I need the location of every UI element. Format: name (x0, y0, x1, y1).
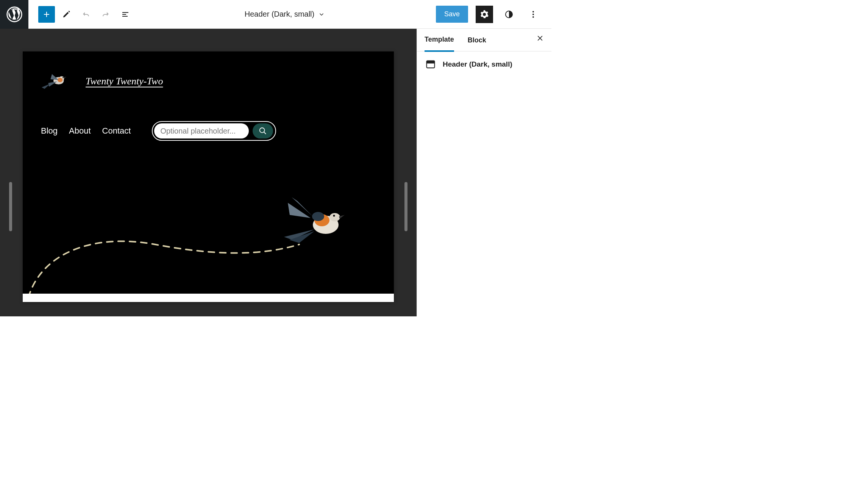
search-icon (259, 127, 267, 135)
svg-point-4 (532, 16, 534, 18)
plus-icon (42, 10, 51, 19)
toolbar-right-group: Save (436, 6, 551, 23)
search-input[interactable] (154, 123, 249, 139)
template-panel-title: Header (Dark, small) (443, 60, 512, 68)
list-view-icon (121, 10, 130, 19)
svg-point-13 (312, 212, 324, 221)
tab-block[interactable]: Block (468, 36, 486, 51)
more-vertical-icon (529, 10, 538, 19)
add-block-button[interactable] (38, 6, 55, 23)
svg-rect-17 (427, 61, 435, 64)
svg-point-9 (260, 128, 265, 133)
nav-link-contact[interactable]: Contact (102, 126, 131, 136)
editor-canvas[interactable]: Twenty Twenty-Two Blog About Contact (23, 51, 394, 302)
chevron-down-icon (318, 11, 325, 18)
gear-icon (480, 10, 489, 19)
template-panel-row[interactable]: Header (Dark, small) (425, 59, 543, 70)
wordpress-logo[interactable] (0, 0, 28, 29)
undo-button[interactable] (78, 6, 94, 23)
sidebar-tabs: Template Block (417, 29, 551, 51)
svg-point-8 (62, 77, 64, 78)
svg-line-10 (264, 132, 266, 134)
settings-sidebar: Template Block Header (Dark, small) (417, 29, 551, 316)
nav-link-about[interactable]: About (69, 126, 91, 136)
toolbar-left-group (28, 6, 134, 23)
styles-button[interactable] (501, 6, 517, 23)
redo-button[interactable] (97, 6, 114, 23)
undo-icon (81, 10, 91, 19)
svg-point-14 (329, 213, 340, 221)
document-title: Header (Dark, small) (245, 10, 314, 19)
redo-icon (101, 10, 110, 19)
site-logo-image[interactable] (41, 70, 70, 92)
editor-top-bar: Header (Dark, small) Save (0, 0, 551, 29)
template-panel: Header (Dark, small) (417, 51, 551, 77)
canvas-footer-whitespace (23, 294, 394, 302)
navigation-row: Blog About Contact (41, 121, 376, 141)
save-button[interactable]: Save (436, 6, 468, 23)
dashed-flight-path (27, 229, 303, 294)
more-options-button[interactable] (525, 6, 542, 23)
close-sidebar-button[interactable] (536, 34, 544, 44)
wordpress-logo-icon (6, 6, 22, 22)
search-block (152, 121, 276, 141)
tab-template[interactable]: Template (425, 36, 454, 52)
list-view-button[interactable] (117, 6, 134, 23)
styles-icon (504, 10, 514, 19)
svg-point-7 (58, 78, 63, 82)
svg-point-3 (532, 14, 534, 15)
nav-link-blog[interactable]: Blog (41, 126, 58, 136)
search-submit-button[interactable] (253, 123, 273, 139)
header-block-icon (425, 59, 436, 70)
header-template-preview[interactable]: Twenty Twenty-Two Blog About Contact (23, 51, 394, 294)
editor-workspace: Twenty Twenty-Two Blog About Contact (0, 29, 551, 316)
resize-handle-left[interactable] (9, 182, 12, 231)
bird-small-icon (41, 70, 70, 93)
close-icon (536, 34, 544, 42)
document-title-dropdown[interactable]: Header (Dark, small) (134, 10, 436, 19)
svg-point-2 (532, 11, 534, 12)
settings-button[interactable] (476, 6, 493, 23)
tools-button[interactable] (58, 6, 75, 23)
pencil-icon (62, 10, 71, 19)
svg-point-15 (333, 215, 335, 217)
site-title-link[interactable]: Twenty Twenty-Two (86, 76, 163, 87)
site-logo-row: Twenty Twenty-Two (41, 70, 376, 92)
canvas-area: Twenty Twenty-Two Blog About Contact (0, 29, 417, 316)
resize-handle-right[interactable] (404, 182, 407, 231)
